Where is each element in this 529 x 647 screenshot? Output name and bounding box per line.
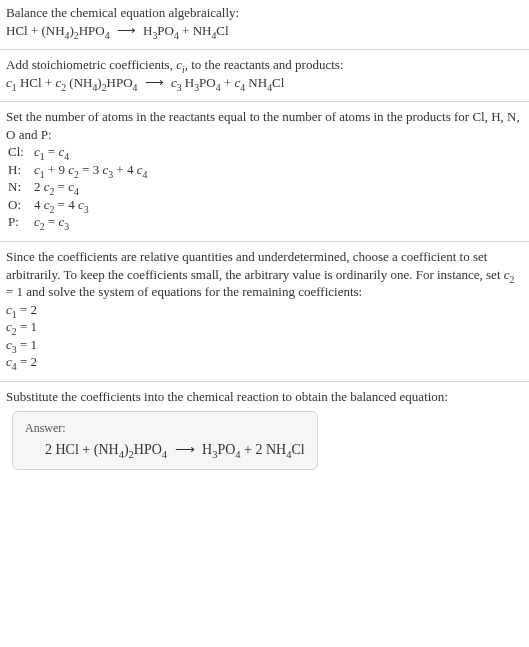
text: PO [199,75,216,90]
coefficient-solutions: c1 = 2 c2 = 1 c3 = 1 c4 = 2 [6,301,523,371]
text: + [221,75,235,90]
balance-row-cl: Cl: c1 = c4 [8,143,147,161]
value: = 1 [17,337,37,352]
eq-lhs: HCl + (NH [6,23,65,38]
eq-lhs: HPO [79,23,105,38]
text: HPO [134,442,162,457]
sub: 4 [105,29,110,40]
text: HPO [107,75,133,90]
balance-eq: 4 c2 = 4 c3 [34,196,147,214]
text: = [54,179,68,194]
answer-label: Answer: [25,420,305,436]
coef-sub: 3 [84,204,89,215]
unbalanced-equation: HCl + (NH4)2HPO4 ⟶ H3PO4 + NH4Cl [6,22,523,40]
text: Cl [291,442,304,457]
text: Since the coefficients are relative quan… [6,249,504,282]
eq-rhs: Cl [216,23,228,38]
element-label: Cl: [8,143,34,161]
balance-row-o: O: 4 c2 = 4 c3 [8,196,147,214]
answer-box: Answer: 2 HCl + (NH4)2HPO4 ⟶ H3PO4 + 2 N… [12,411,318,470]
text: = 3 [79,162,103,177]
element-label: H: [8,161,34,179]
text: + 9 [45,162,69,177]
divider [0,241,529,242]
step-intro: Substitute the coefficients into the che… [6,388,523,406]
text: = [45,144,59,159]
balance-equations: Cl: c1 = c4 H: c1 + 9 c2 = 3 c3 + 4 c4 N… [8,143,147,231]
element-label: O: [8,196,34,214]
balance-eq: 2 c2 = c4 [34,178,147,196]
value: = 2 [17,354,37,369]
solution-line: c4 = 2 [6,353,523,371]
reaction-arrow-icon: ⟶ [171,442,199,457]
eq-rhs: + NH [179,23,212,38]
divider [0,49,529,50]
divider [0,381,529,382]
text: , to the reactants and products: [185,57,344,72]
text: H [202,442,212,457]
value: = 2 [17,302,37,317]
reaction-arrow-icon: ⟶ [113,23,140,38]
section-solve: Since the coefficients are relative quan… [0,244,529,379]
problem-intro: Balance the chemical equation algebraica… [6,4,523,22]
section-add-coefficients: Add stoichiometric coefficients, ci, to … [0,52,529,99]
element-label: P: [8,213,34,231]
step-intro: Set the number of atoms in the reactants… [6,108,523,143]
coef-sub: 3 [64,221,69,232]
solution-line: c3 = 1 [6,336,523,354]
section-answer: Substitute the coefficients into the che… [0,384,529,485]
coef-sub: 2 [510,273,515,284]
text: Cl [272,75,284,90]
balance-row-p: P: c2 = c3 [8,213,147,231]
step-intro: Add stoichiometric coefficients, ci, to … [6,56,523,74]
text: + 2 NH [241,442,287,457]
text: 4 [34,197,44,212]
balance-eq: c1 = c4 [34,143,147,161]
coef-sub: 4 [142,168,147,179]
text: HCl + [17,75,56,90]
text: 2 [34,179,44,194]
step-intro: Since the coefficients are relative quan… [6,248,523,301]
text: PO [217,442,235,457]
sub: 4 [162,448,167,459]
text: H [182,75,195,90]
text: NH [245,75,267,90]
section-problem: Balance the chemical equation algebraica… [0,0,529,47]
solution-line: c1 = 2 [6,301,523,319]
element-label: N: [8,178,34,196]
balanced-equation: 2 HCl + (NH4)2HPO4 ⟶ H3PO4 + 2 NH4Cl [25,441,305,460]
coefficient-equation: c1 HCl + c2 (NH4)2HPO4 ⟶ c3 H3PO4 + c4 N… [6,74,523,92]
value: = 1 [17,319,37,334]
eq-rhs: PO [157,23,174,38]
text: = [45,214,59,229]
text: (NH [66,75,92,90]
text: = 4 [54,197,78,212]
text: + 4 [113,162,137,177]
solution-line: c2 = 1 [6,318,523,336]
section-atom-balance: Set the number of atoms in the reactants… [0,104,529,239]
text: Add stoichiometric coefficients, [6,57,176,72]
balance-eq: c1 + 9 c2 = 3 c3 + 4 c4 [34,161,147,179]
sub: 4 [133,81,138,92]
balance-row-h: H: c1 + 9 c2 = 3 c3 + 4 c4 [8,161,147,179]
text: 2 HCl + (NH [45,442,119,457]
text: = 1 and solve the system of equations fo… [6,284,362,299]
balance-row-n: N: 2 c2 = c4 [8,178,147,196]
balance-eq: c2 = c3 [34,213,147,231]
reaction-arrow-icon: ⟶ [141,75,168,90]
divider [0,101,529,102]
